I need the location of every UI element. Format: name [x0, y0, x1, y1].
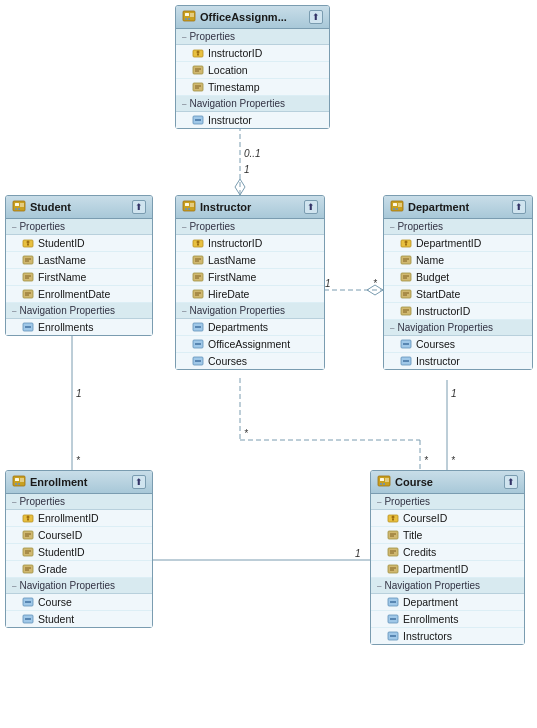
enrollment-header: Enrollment ⬆: [6, 471, 152, 494]
svg-rect-36: [23, 256, 33, 264]
prop-credits-c: Credits: [371, 544, 524, 561]
svg-rect-127: [388, 531, 398, 539]
student-title: Student: [30, 201, 71, 213]
navprop-courses-i: Courses: [176, 353, 324, 369]
prop-studentid: StudentID: [6, 235, 152, 252]
label-1-student: 1: [76, 388, 82, 399]
prop-lastname-i: LastName: [176, 252, 324, 269]
entity-officeassignment: OfficeAssignm... ⬆ – Properties Instruct…: [175, 5, 330, 129]
svg-point-100: [15, 483, 17, 485]
svg-point-76: [396, 208, 398, 210]
student-navprops-header: – Navigation Properties: [6, 303, 152, 319]
prop-instructorid-i: InstructorID: [176, 235, 324, 252]
svg-rect-62: [193, 290, 203, 298]
prop-studentid-e: StudentID: [6, 544, 152, 561]
prop-enrollmentid-e: EnrollmentID: [6, 510, 152, 527]
prop-departmentid-d: DepartmentID: [384, 235, 532, 252]
navprop-enrollments-c: Enrollments: [371, 611, 524, 628]
svg-rect-126: [392, 519, 394, 521]
label-star-dept: *: [373, 278, 377, 289]
department-collapse[interactable]: ⬆: [512, 200, 526, 214]
navprop-course-e: Course: [6, 594, 152, 611]
entity-instructor: Instructor ⬆ – Properties InstructorID L…: [175, 195, 325, 370]
prop-departmentid-c: DepartmentID: [371, 561, 524, 578]
label-1-course: 1: [355, 548, 361, 559]
course-props-header: – Properties: [371, 494, 524, 510]
svg-rect-119: [380, 478, 384, 481]
entity-student: Student ⬆ – Properties StudentID LastNam…: [5, 195, 153, 336]
department-icon: [390, 199, 404, 215]
student-header: Student ⬆: [6, 196, 152, 219]
navprop-officeassignment-i: OfficeAssignment: [176, 336, 324, 353]
instructor-header: Instructor ⬆: [176, 196, 324, 219]
svg-rect-18: [197, 54, 199, 56]
instructor-title: Instructor: [200, 201, 251, 213]
prop-startdate-d: StartDate: [384, 286, 532, 303]
svg-point-31: [15, 208, 17, 210]
svg-point-75: [393, 208, 395, 210]
student-icon: [12, 199, 26, 215]
svg-rect-19: [193, 66, 203, 74]
svg-rect-86: [401, 290, 411, 298]
svg-point-14: [185, 18, 187, 20]
label-star-enrollment: *: [76, 455, 80, 466]
svg-rect-97: [15, 478, 19, 481]
prop-firstname-s: FirstName: [6, 269, 152, 286]
officeassignment-navprops-header: – Navigation Properties: [176, 96, 329, 112]
svg-point-54: [197, 241, 200, 244]
svg-rect-28: [15, 203, 19, 206]
navprop-instructors-c: Instructors: [371, 628, 524, 644]
student-props-header: – Properties: [6, 219, 152, 235]
prop-instructorid-oa: InstructorID: [176, 45, 329, 62]
instructor-navprops-header: – Navigation Properties: [176, 303, 324, 319]
enrollment-icon: [12, 474, 26, 490]
instructor-collapse[interactable]: ⬆: [304, 200, 318, 214]
officeassignment-header: OfficeAssignm... ⬆: [176, 6, 329, 29]
instructor-icon: [182, 199, 196, 215]
svg-point-51: [185, 208, 187, 210]
svg-rect-108: [23, 548, 33, 556]
svg-rect-80: [401, 256, 411, 264]
entity-department: Department ⬆ – Properties DepartmentID N…: [383, 195, 533, 370]
course-navprops-header: – Navigation Properties: [371, 578, 524, 594]
svg-point-125: [392, 516, 395, 519]
department-title: Department: [408, 201, 469, 213]
enrollment-collapse[interactable]: ⬆: [132, 475, 146, 489]
prop-courseid-c: CourseID: [371, 510, 524, 527]
svg-point-52: [188, 208, 190, 210]
svg-rect-35: [27, 244, 29, 246]
svg-rect-83: [401, 273, 411, 281]
svg-rect-79: [405, 244, 407, 246]
prop-name-d: Name: [384, 252, 532, 269]
label-star-course: *: [451, 455, 455, 466]
label-1-dept: 1: [451, 388, 457, 399]
svg-point-123: [383, 483, 385, 485]
svg-rect-22: [193, 83, 203, 91]
navprop-enrollments-s: Enrollments: [6, 319, 152, 335]
label-0-1-oa: 0..1: [244, 148, 261, 159]
enrollment-title: Enrollment: [30, 476, 87, 488]
enrollment-props-header: – Properties: [6, 494, 152, 510]
prop-courseid-e: CourseID: [6, 527, 152, 544]
officeassignment-icon: [182, 9, 196, 25]
svg-rect-39: [23, 273, 33, 281]
enrollment-navprops-header: – Navigation Properties: [6, 578, 152, 594]
prop-instructorid-d: InstructorID: [384, 303, 532, 320]
instructor-props-header: – Properties: [176, 219, 324, 235]
svg-marker-1: [235, 179, 245, 195]
svg-rect-55: [197, 244, 199, 246]
course-icon: [377, 474, 391, 490]
course-collapse[interactable]: ⬆: [504, 475, 518, 489]
officeassignment-title: OfficeAssignm...: [200, 11, 287, 23]
navprop-instructor-d: Instructor: [384, 353, 532, 369]
svg-rect-133: [388, 565, 398, 573]
navprop-department-c: Department: [371, 594, 524, 611]
officeassignment-collapse[interactable]: ⬆: [309, 10, 323, 24]
svg-point-15: [188, 18, 190, 20]
svg-rect-59: [193, 273, 203, 281]
prop-lastname-s: LastName: [6, 252, 152, 269]
entity-enrollment: Enrollment ⬆ – Properties EnrollmentID C…: [5, 470, 153, 628]
student-collapse[interactable]: ⬆: [132, 200, 146, 214]
prop-title-c: Title: [371, 527, 524, 544]
label-1-oa: 1: [244, 164, 250, 175]
